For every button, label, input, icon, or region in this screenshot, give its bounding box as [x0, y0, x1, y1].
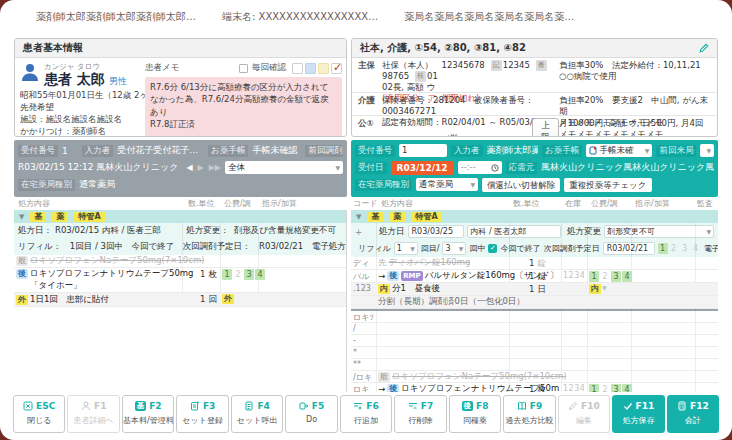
receipt-date-value[interactable]: R03/12/12	[391, 161, 454, 175]
do-copy-icon	[299, 401, 309, 411]
memo-color-selected[interactable]	[331, 63, 342, 74]
patient-icon	[20, 62, 40, 89]
close-button[interactable]: ESC 閉じる	[13, 395, 65, 433]
rx-row-empty[interactable]: *	[351, 347, 718, 359]
app-window: 薬剤師太郎薬剤師太郎薬剤師太郎… 端末名: XXXXXXXXXXXXXXXX… …	[0, 0, 732, 440]
edit-insurance-icon[interactable]	[699, 43, 709, 53]
source-clinic-value: 風林火山クリニック風林火山クリニック風林火山クリニッ…	[541, 161, 714, 174]
refill-total-select[interactable]: 3▼	[442, 242, 466, 255]
row-code: **	[353, 360, 376, 369]
inputer-label: 入力者	[451, 145, 483, 157]
close-icon	[23, 401, 33, 411]
rx-row-usage[interactable]: .123 内 分1 昼食後 1日 内 ▼	[351, 283, 718, 296]
receipt-header-left: 受付番号 1 入力者 受付花子受付花子… お薬手帳 手帳未確認 前回調剤日 3月…	[14, 140, 347, 197]
old-drug-name: ロキソプロフェンNaテープ50mg(7×10cm)	[30, 255, 204, 267]
patient-panel-title: 患者基本情報	[15, 39, 346, 58]
col-code: コード	[353, 198, 377, 209]
do-button[interactable]: F5 Do	[285, 395, 337, 433]
receipt-no-label: 受付番号	[355, 145, 395, 157]
rx-date-label: 処方日	[379, 226, 405, 238]
row-code: ロキ	[353, 384, 376, 392]
rx-row-generic-old[interactable]: 般 ロキソプロフェンNaテープ50mg(7×10cm)	[14, 255, 346, 268]
rx-doctor-input[interactable]: 内科 / 医者太郎	[467, 225, 561, 238]
rx-row-empty[interactable]: **	[351, 359, 718, 371]
patient-memo-text[interactable]: R7.6分 6/13分に高額療養の区分が入力されてなかった為、R7.6/24分高…	[145, 77, 342, 137]
notebook-icon	[589, 146, 597, 155]
badge-base: 基	[367, 212, 383, 222]
delete-row-button[interactable]: F7 行削除	[394, 395, 446, 433]
generic-chip: 般	[378, 372, 390, 382]
prev-visit-select[interactable]: ▼	[700, 144, 714, 157]
add-row-button[interactable]: F6 行追加	[340, 395, 392, 433]
col-kouhi: 公費/調	[224, 198, 251, 209]
nav-last-icon[interactable]: ▶▶	[209, 163, 221, 172]
rx-row-empty[interactable]: ロキｿ	[351, 311, 718, 323]
chevron-down-icon: ▼	[703, 144, 711, 157]
homecare-type-select[interactable]: 通常薬局▼	[416, 178, 478, 191]
receipt-no-input[interactable]: 1	[399, 144, 447, 157]
refill-end-checkbox[interactable]: ✓	[488, 244, 497, 253]
nav-prev-icon[interactable]: ◀	[186, 163, 192, 172]
memo-color-blue[interactable]	[305, 63, 316, 74]
limit-management-button[interactable]: 上限管理	[532, 118, 559, 137]
rx-row-drug2[interactable]: ロキ → 後 ロキソプロフェンナトリウムテープ50m 1枚 1234 1234	[351, 383, 718, 392]
rx-row-drug[interactable]: 後 ロキソプロフェンナトリウムテープ50mg 「タイホー」 1枚 1234	[14, 268, 346, 293]
nav-next-icon[interactable]: ▶	[198, 163, 204, 172]
rx-row-empty[interactable]: -	[351, 335, 718, 347]
duplicate-medication-check-button[interactable]: 重複投薬等チェック	[564, 178, 651, 192]
checkout-button[interactable]: F12 会計	[667, 395, 719, 433]
main-insurance-label: 主保	[358, 60, 382, 91]
split-dispense-info: 分割（長期）調剤済0日（一包化0日）	[378, 296, 525, 308]
row-code: バル	[353, 271, 376, 282]
rx-date-value: R03/02/15 内科 / 医者三郎	[55, 225, 161, 237]
save-prescription-button[interactable]: F11 処方保存	[612, 395, 664, 433]
person-icon	[81, 401, 91, 411]
set-register-button[interactable]: F3 セット登録	[176, 395, 228, 433]
old-drug-name: ディオバン錠160mg	[389, 257, 471, 269]
next-dispense-input[interactable]: R03/02/21	[603, 242, 655, 255]
substitute-arrow: →	[378, 271, 385, 281]
rx-row-usage[interactable]: 外 1日1回 患部に貼付 1回 外	[14, 293, 346, 307]
receipt-time-input[interactable]: --:--	[458, 161, 502, 174]
rx-row-split-info[interactable]: 分割（長期）調剤済0日（一包化0日）	[351, 296, 718, 309]
generic-chip: 般	[16, 256, 28, 266]
drug-name-brand: 「タイホー」	[16, 280, 82, 292]
memo-color-white[interactable]	[292, 63, 303, 74]
memo-color-yellow[interactable]	[318, 63, 329, 74]
rx-row-generic-old2[interactable]: /ロキ 般 ロキソプロフェンNaテープ50mg(7×10cm)	[351, 371, 718, 383]
rx-right-section-header[interactable]: ▼ 基 薬 特管A	[351, 210, 718, 223]
confirm-every-time-checkbox[interactable]	[239, 64, 248, 73]
chevron-down-icon[interactable]: ▼	[602, 284, 607, 294]
refill-label: リフィル	[358, 243, 391, 254]
book-icon	[517, 401, 527, 411]
dispense-cycle-marks: 1234	[222, 269, 265, 280]
kohi-detail: 負54280011 （難病） 受1234567 上限管理	[382, 118, 559, 136]
past-rx-compare-button[interactable]: F9 過去処方比較	[503, 395, 555, 433]
rx-row-old-drug[interactable]: ディ 先 ディオバン錠160mg 1錠	[351, 257, 718, 270]
rx-change-select[interactable]: 剤形変更不可▼	[604, 225, 714, 238]
rx-row-empty[interactable]: /	[351, 323, 718, 335]
set-recall-button[interactable]: F4 セット呼出	[231, 395, 283, 433]
pharmacist-name: 薬剤師太郎薬剤師太郎薬剤師太郎…	[36, 10, 196, 24]
eprescription-id-label: 電子処方箋ID	[704, 243, 718, 254]
same-type-drug-button[interactable]: 後F8 同種薬	[449, 395, 501, 433]
receipt-no-value: 1	[62, 146, 68, 156]
dispense-cycle-marks: 1234	[589, 271, 632, 282]
filter-icon[interactable]: ▼	[19, 213, 24, 221]
col-content: 処方内容	[381, 198, 413, 209]
row-code: *	[353, 348, 376, 357]
refill-n-select[interactable]: 1▼	[394, 242, 418, 255]
expand-plus[interactable]: +	[355, 227, 376, 237]
base-fee-button[interactable]: 基F2 基本料/管理料	[122, 395, 174, 433]
filter-icon[interactable]: ▼	[356, 213, 361, 221]
rx-left-section-header[interactable]: ▼ 基 薬 特管A	[14, 210, 346, 223]
medicine-notebook-select[interactable]: 手帳未確▼	[586, 144, 652, 157]
rx-date-label: 処方日：	[18, 225, 52, 237]
substitute-arrow: →	[378, 384, 385, 392]
rx-date-input[interactable]: R03/03/25	[408, 225, 464, 238]
edit-button: F10 編集	[558, 395, 610, 433]
medicine-notebook-label: お薬手帳	[208, 145, 248, 157]
rx-row-drug[interactable]: バル → 後 RMP バルサルタン錠160mg〔サンド〕 1錠 1234 123…	[351, 270, 718, 283]
reimbursement-toggle-button[interactable]: 償還払い切替解除	[482, 178, 560, 192]
scope-filter-select[interactable]: 全体▼	[225, 161, 343, 174]
